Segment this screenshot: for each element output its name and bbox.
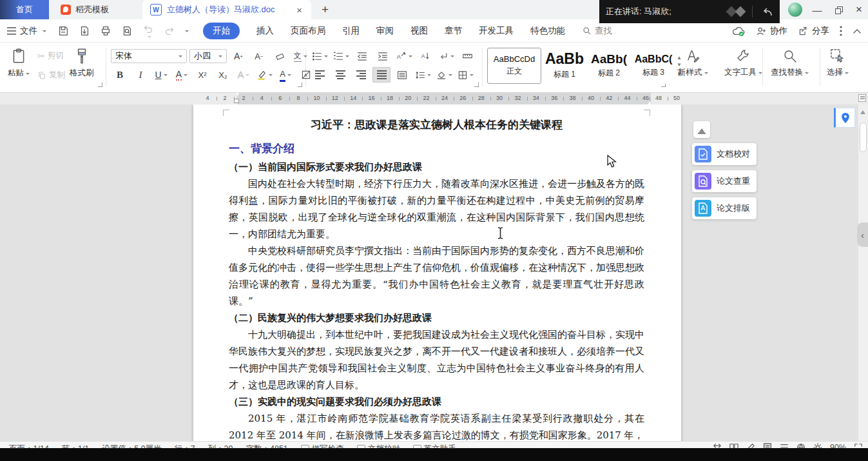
font-name-select[interactable]: 宋体 [111, 49, 187, 63]
style-normal[interactable]: AaBbCcDd 正文 [487, 48, 541, 84]
new-tab-button[interactable]: + [311, 0, 339, 19]
find-command[interactable]: 查找 [582, 25, 612, 37]
quick-access-toolbar [55, 23, 189, 39]
find-replace-icon [782, 48, 798, 64]
more-options-icon[interactable] [840, 26, 842, 36]
italic-button[interactable]: I [131, 67, 149, 83]
style-heading2[interactable]: AaBb( 标题 2 [588, 48, 630, 84]
print-button[interactable] [98, 23, 113, 39]
ribbon-tab-章节[interactable]: 章节 [445, 25, 462, 37]
clear-format-button[interactable] [271, 48, 289, 64]
highlight-color-button[interactable] [255, 67, 274, 83]
justify-button[interactable] [372, 67, 391, 83]
ribbon-tab-特色功能[interactable]: 特色功能 [530, 25, 565, 37]
tab-close-icon[interactable]: × [295, 5, 304, 15]
print-preview-button[interactable] [119, 23, 135, 39]
scrollbar-thumb[interactable] [860, 123, 867, 152]
side-panel-collapse-handle[interactable]: ‹ [857, 222, 868, 247]
font-color-button[interactable]: A [276, 67, 294, 83]
file-menu[interactable]: 文件 [0, 25, 46, 37]
tab-home[interactable]: 首页 [0, 0, 49, 19]
ribbon-tab-开始[interactable]: 开始 [203, 23, 240, 39]
location-pin-button[interactable] [834, 108, 855, 128]
text-tools-button[interactable]: 文字工具 [724, 48, 762, 78]
share-button[interactable]: 分享 [798, 25, 829, 37]
redo-button[interactable] [162, 23, 177, 39]
ribbon-tab-视图[interactable]: 视图 [410, 25, 428, 37]
bold-button[interactable]: B [111, 67, 129, 83]
borders-button[interactable] [456, 67, 475, 83]
pinyin-guide-button[interactable]: 文 [291, 48, 309, 64]
scroll-up-icon[interactable] [860, 108, 865, 114]
collapse-ribbon-icon[interactable] [853, 28, 862, 34]
distribute-button[interactable] [393, 67, 411, 83]
paragraph-mark-button[interactable] [437, 48, 456, 64]
horizontal-ruler[interactable]: 4224681012141618202224262830323436384042… [0, 93, 868, 104]
tab-docer-templates[interactable]: 稻壳模板 [49, 0, 121, 19]
ribbon-tab-页面布局[interactable]: 页面布局 [291, 25, 325, 37]
left-indent-marker[interactable] [234, 99, 239, 103]
page-setup-button[interactable] [458, 48, 476, 64]
cut-button[interactable]: ✂ 剪切 [37, 50, 64, 61]
ruler-number: 26 [459, 95, 466, 101]
meeting-speaking-text: 正在讲话: 马淑欣; [606, 6, 671, 17]
increase-font-button[interactable]: A+ [229, 48, 247, 64]
find-replace-button[interactable]: 查找替换 [771, 48, 809, 78]
window-close-button[interactable]: × [849, 0, 868, 19]
copy-button[interactable]: 复制 [37, 70, 65, 81]
subscript-button[interactable]: X₂ [214, 67, 232, 83]
shading-button[interactable] [435, 67, 454, 83]
align-right-button[interactable] [352, 67, 370, 83]
cloud-sync-icon[interactable] [731, 25, 746, 37]
numbered-list-button[interactable] [332, 48, 351, 64]
window-restore-button[interactable] [829, 0, 848, 19]
select-cursor-icon [830, 48, 845, 64]
ribbon-tab-审阅[interactable]: 审阅 [376, 25, 394, 37]
text-direction-button[interactable]: A [416, 48, 434, 64]
ribbon-tab-引用[interactable]: 引用 [342, 25, 360, 37]
format-painter-button[interactable]: 格式刷 [70, 48, 94, 79]
collapse-side-tools-button[interactable] [693, 121, 710, 138]
select-button[interactable]: 选择 [827, 48, 849, 78]
text-direction-icon: A [420, 51, 430, 61]
superscript-button[interactable]: X² [193, 67, 211, 83]
style-heading3[interactable]: AaBbC( 标题 3 [632, 48, 675, 84]
window-minimize-button[interactable]: — [807, 0, 827, 19]
chevron-down-icon [324, 55, 328, 59]
char-scale-button[interactable]: A [394, 48, 414, 64]
paper-typeset-button[interactable]: 论文排版 [692, 197, 757, 219]
text-effects-button[interactable]: A [235, 67, 253, 83]
collaborate-button[interactable]: 协作 [756, 25, 787, 37]
style-heading1[interactable]: AaBb 标题 1 [543, 48, 586, 84]
ribbon-tab-开发工具[interactable]: 开发工具 [479, 25, 514, 37]
new-style-button[interactable]: 新样式 [678, 48, 708, 78]
banner-back-arrow-icon[interactable] [760, 6, 773, 17]
paper-check-button[interactable]: 论文查重 [692, 170, 757, 192]
paste-button[interactable]: 粘贴 [8, 48, 30, 79]
ribbon-tab-插入[interactable]: 插入 [256, 25, 274, 37]
line-spacing-button[interactable] [414, 67, 432, 83]
ruler-toggle-icon[interactable] [858, 94, 866, 102]
save-button[interactable] [55, 23, 71, 39]
banner-divider [752, 6, 753, 17]
tab-document[interactable]: W 立德树人（导读）马淑欣.doc × [142, 0, 311, 19]
vertical-scrollbar[interactable] [858, 104, 868, 448]
bullet-list-icon [312, 52, 322, 61]
decrease-font-button[interactable]: A− [250, 48, 268, 64]
chevron-down-icon [184, 74, 188, 78]
align-left-button[interactable] [311, 67, 329, 83]
undo-button[interactable] [140, 23, 156, 39]
increase-indent-button[interactable] [374, 48, 392, 64]
user-avatar[interactable] [788, 3, 802, 17]
char-emphasis-button[interactable]: A [173, 67, 191, 83]
underline-button[interactable]: U [152, 67, 170, 83]
quickbar-more-icon[interactable] [185, 30, 189, 34]
bullet-list-button[interactable] [311, 48, 329, 64]
decrease-indent-button[interactable] [353, 48, 371, 64]
align-center-button[interactable] [331, 67, 349, 83]
export-pdf-button[interactable] [77, 23, 92, 39]
ruler-tick [472, 97, 473, 101]
doc-proofread-button[interactable]: 文档校对 [692, 143, 757, 165]
font-size-select[interactable]: 小四 [189, 49, 227, 63]
new-style-label: 新样式 [678, 67, 702, 78]
